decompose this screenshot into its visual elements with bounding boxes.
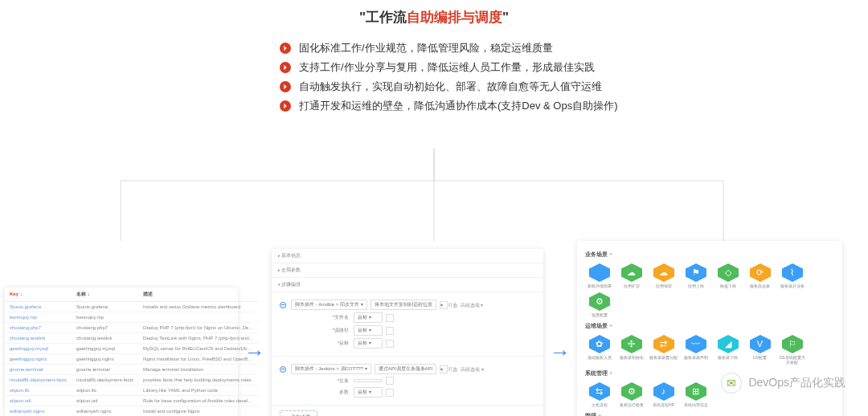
feature-bullets: 固化标准工作/作业规范，降低管理风险，稳定运维质量 支持工作/作业分享与复用，降… (280, 41, 868, 113)
tab-basic[interactable]: 基本信息 (272, 249, 543, 263)
advanced-link[interactable]: 高级选项 ▾ (461, 302, 484, 309)
table-row[interactable]: chusiang.php7chusiang.php7Deploy PHP 7 (… (5, 322, 259, 332)
wechat-watermark: ✉ DevOps产品化实践 (721, 373, 845, 394)
page-title: "工作流自助编排与调度" (0, 0, 868, 36)
chevron-right-icon (280, 43, 291, 54)
col-name[interactable]: 名称 ↓ (72, 288, 138, 302)
value-select[interactable] (354, 379, 383, 382)
hexagon-icon: ✣ (621, 335, 642, 353)
hexagon-icon: 〰 (686, 335, 706, 353)
tab-steps[interactable]: 步骤编排 (272, 278, 543, 292)
scenario-item[interactable]: ☁应用扩容 (617, 263, 645, 288)
option-select[interactable]: ▾ (440, 301, 448, 309)
table-row[interactable]: nicolai86.deployment-factsnicolai86.depl… (5, 374, 259, 385)
hexagon-icon: ◇ (718, 263, 739, 282)
table-row[interactable]: bennojoy.ntpbennojoy.ntp (5, 312, 259, 322)
scenario-item[interactable]: ⇆主机进程 (585, 382, 613, 407)
add-icon[interactable] (386, 340, 394, 348)
hexagon-icon: ◢ (718, 335, 739, 353)
hexagon-icon: V (750, 335, 771, 353)
flow-arrow-icon: → (550, 340, 571, 365)
table-row[interactable]: chusiang.testlinkchusiang.testlinkDeploy… (5, 332, 259, 343)
chevron-right-icon (280, 62, 291, 73)
scenario-item[interactable]: VUV配置 (746, 335, 774, 365)
hexagon-icon: ⚙ (621, 382, 642, 401)
value-select[interactable]: 目标 ▾ (354, 338, 383, 349)
scenario-item[interactable]: 〰服务器器声明 (682, 335, 710, 365)
hexagon-icon: ⇆ (589, 382, 610, 401)
hexagon-icon: ⚐ (782, 335, 803, 353)
table-row[interactable]: geerlingguy.nginxgeerlingguy.nginxNginx … (5, 353, 259, 364)
workflow-form: 基本信息 全局参数 步骤编排 脚本插件 - Ansible > 同步文件 ▾ 将… (272, 249, 543, 416)
hexagon-icon: ⚑ (686, 263, 706, 282)
scenario-item[interactable]: ⚐OS系统配置天开发配 (778, 335, 806, 365)
option-select[interactable]: ▾ (440, 365, 448, 373)
table-row[interactable]: silpion.utilsilpion.utilRole for base co… (5, 395, 259, 406)
scenario-item[interactable]: ⚑应用上线 (682, 263, 710, 288)
section-header: 运维场景 (585, 322, 834, 330)
hexagon-icon: ☁ (653, 263, 674, 282)
ansible-roles-table: Key ↓ 名称 ↓ 描述 Stouts.grafanaStouts.grafa… (5, 288, 238, 417)
wechat-icon: ✉ (721, 373, 742, 394)
action-select[interactable]: 将本地文件复制到远程位置 (371, 300, 436, 310)
scenario-item[interactable]: ⟳服务自愈来 (746, 263, 774, 288)
scenario-item[interactable]: 新机环境部署 (585, 263, 613, 288)
add-icon[interactable] (386, 377, 394, 385)
add-icon[interactable] (386, 389, 394, 397)
hexagon-icon (589, 263, 610, 282)
scenario-item[interactable]: ✿基础服务人员 (585, 335, 613, 365)
table-row[interactable]: gnome-terminalgnome-terminalManage termi… (5, 364, 259, 374)
scenario-item[interactable]: ⊞系统内存信息 (682, 382, 710, 407)
add-icon[interactable] (386, 327, 394, 335)
collapse-icon[interactable] (280, 366, 286, 373)
scenario-item[interactable]: ◇快速下线 (714, 263, 742, 288)
hexagon-icon: ⊞ (686, 382, 706, 401)
flow-arrow-icon: → (244, 340, 265, 365)
add-step-button[interactable]: + 添加步骤 (280, 410, 317, 416)
scenario-item[interactable]: ⚙集群运行检查 (617, 382, 645, 407)
hexagon-icon: ⇄ (653, 335, 674, 353)
advanced-link[interactable]: 高级选项 ▾ (461, 366, 484, 373)
scenario-item[interactable]: ◢服务器下线 (714, 335, 742, 365)
table-row[interactable]: silpion.libsilpion.libLibrary like YAML … (5, 385, 259, 395)
scenario-item[interactable]: ⇄服务器器置分配 (649, 335, 678, 365)
col-key[interactable]: Key ↓ (5, 288, 72, 302)
scenario-item[interactable]: ⚙场景配置 (585, 292, 613, 317)
section-header: 管理 (585, 412, 834, 416)
tab-params[interactable]: 全局参数 (272, 263, 543, 278)
plugin-select[interactable]: 脚本插件 - Jenkins > 调COT??? ▾ (291, 364, 371, 374)
bullet-item: 打通开发和运维的壁垒，降低沟通协作成本(支持Dev & Ops自助操作) (280, 99, 868, 113)
hexagon-icon: ✿ (589, 335, 610, 353)
connector-lines (0, 149, 868, 245)
add-icon[interactable] (386, 314, 394, 322)
chevron-right-icon (280, 100, 291, 112)
bullet-item: 固化标准工作/作业规范，降低管理风险，稳定运维质量 (280, 41, 868, 55)
hexagon-icon: ⌇ (782, 263, 803, 282)
table-row[interactable]: williamyeh.nginxwilliamyeh.nginxInstall … (5, 406, 259, 416)
col-desc[interactable]: 描述 (138, 288, 259, 302)
hexagon-icon: ♪ (653, 382, 674, 401)
plugin-select[interactable]: 脚本插件 - Ansible > 同步文件 ▾ (291, 300, 367, 310)
value-select[interactable]: 目标 ▾ (354, 325, 383, 336)
scenario-item[interactable]: ⌇服务器开业务 (778, 263, 806, 288)
table-row[interactable]: geerlingguy.mysqlgeerlingguy.mysqlMySQL … (5, 343, 259, 353)
table-row[interactable]: Stouts.grafanaStouts.grafanaInstalls and… (5, 301, 259, 312)
scenario-item[interactable]: ☁应用缩容 (649, 263, 678, 288)
section-header: 业务场景 (585, 251, 834, 259)
scenario-item[interactable]: ♪系统进程HP (649, 382, 678, 407)
collapse-icon[interactable] (280, 302, 286, 308)
hexagon-icon: ☁ (621, 263, 642, 282)
scenario-item[interactable]: ✣服务器初始化 (617, 335, 645, 365)
chevron-right-icon (280, 81, 291, 92)
value-select[interactable]: 目标 ▾ (354, 387, 383, 398)
hexagon-icon: ⚙ (589, 292, 610, 311)
step-block-2: 脚本插件 - Jenkins > 调COT??? ▾ 通过API调度任务服务AP… (272, 357, 543, 406)
value-select[interactable]: 目标 ▾ (354, 312, 383, 323)
step-block-1: 脚本插件 - Ansible > 同步文件 ▾ 将本地文件复制到远程位置 ▾ 可… (272, 292, 543, 357)
hexagon-icon: ⟳ (750, 263, 771, 282)
action-select[interactable]: 通过API调度任务服务API (375, 364, 436, 374)
bullet-item: 自动触发执行，实现自动初始化、部署、故障自愈等无人值守运维 (280, 80, 868, 94)
bullet-item: 支持工作/作业分享与复用，降低运维人员工作量，形成最佳实践 (280, 60, 868, 75)
